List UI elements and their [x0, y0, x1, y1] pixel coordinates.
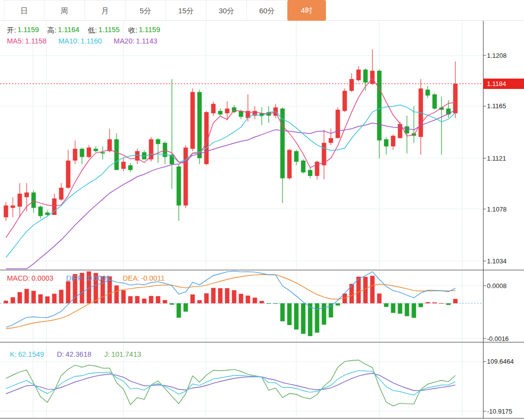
macd-histogram-bar [350, 284, 354, 303]
candle-body [211, 104, 216, 113]
legend-label: DEA: [123, 274, 140, 282]
legend-label: MA20: [114, 37, 134, 45]
legend-ohlc-item: 高:1.1164 [47, 26, 80, 35]
candle-body [11, 206, 15, 208]
ma-legend: MA5:1.1158MA10:1.1160MA20:1.1143 [7, 37, 158, 45]
legend-kdj-item: D:42.3618 [57, 350, 91, 358]
candle-body [80, 149, 84, 157]
candle-body [156, 139, 161, 144]
candle-body [343, 91, 347, 111]
legend-label: J: [104, 350, 110, 358]
macd-legend: MACD:0.0003DIFF:-0.0009DEA:-0.0011 [7, 274, 164, 282]
macd-histogram-bar [246, 295, 250, 303]
macd-histogram-bar [370, 276, 375, 303]
macd-histogram-bar [453, 299, 458, 303]
ma10-line [6, 105, 455, 257]
candle-body [225, 109, 230, 114]
trading-chart-page: 日周月5分15分30分60分4时 1.12081.11651.11211.107… [0, 0, 524, 420]
price-tick-label: 1.1165 [487, 102, 506, 110]
macd-histogram-bar [232, 290, 237, 303]
candle-body [453, 84, 458, 113]
price-tick-label: 1.1078 [487, 206, 507, 213]
candle-body [391, 136, 396, 147]
candle-body [115, 139, 119, 170]
macd-histogram-bar [377, 294, 382, 303]
candle-body [39, 207, 43, 216]
candle-body [336, 110, 340, 138]
macd-histogram-bar [308, 303, 313, 336]
macd-histogram-bar [128, 296, 133, 303]
candle-body [426, 89, 430, 95]
legend-value: 1.1158 [25, 37, 46, 45]
macd-histogram-bar [211, 288, 216, 303]
candle-body [308, 170, 313, 176]
legend-value: 1.1159 [139, 26, 160, 35]
legend-label: DIFF: [66, 274, 84, 282]
legend-label: MACD: [7, 274, 30, 282]
macd-histogram-bar [336, 303, 340, 305]
macd-histogram-bar [440, 303, 444, 303]
legend-kdj-item: K:62.1549 [10, 350, 44, 358]
legend-value: 42.3618 [66, 350, 91, 358]
legend-value: 0.0003 [32, 274, 53, 282]
macd-histogram-bar [260, 301, 264, 303]
macd-histogram-bar [225, 288, 230, 303]
candle-body [384, 139, 389, 146]
macd-histogram-bar [363, 277, 368, 303]
legend-value: 1.1155 [98, 26, 120, 35]
macd-histogram-bar [121, 290, 126, 303]
candle-body [25, 193, 29, 198]
legend-value: 101.7413 [111, 350, 141, 358]
legend-macd-item: DEA:-0.0011 [123, 274, 165, 282]
legend-ohlc-item: 低:1.1155 [88, 26, 120, 35]
legend-label: MA5: [7, 37, 24, 45]
macd-histogram-bar [419, 303, 423, 307]
macd-histogram-bar [405, 303, 409, 316]
macd-histogram-bar [18, 292, 22, 303]
candle-body [121, 162, 126, 168]
candle-body [329, 138, 333, 143]
candle-body [87, 148, 91, 157]
candle-body [128, 166, 133, 170]
price-tick-label: 1.1121 [487, 155, 506, 162]
macd-histogram-bar [329, 303, 333, 318]
legend-value: -0.0009 [85, 274, 110, 282]
legend-ma-item: MA20:1.1143 [114, 37, 157, 45]
candle-body [32, 193, 36, 208]
macd-histogram-bar [267, 303, 271, 304]
legend-label: D: [57, 350, 64, 358]
legend-label: 高: [47, 26, 57, 35]
legend-value: 1.1143 [136, 37, 157, 45]
legend-label: K: [10, 350, 17, 358]
macd-histogram-bar [32, 291, 36, 303]
macd-histogram-bar [135, 296, 140, 303]
ohlc-legend: 开:1.1159高:1.1164低:1.1155收:1.1159 [7, 26, 160, 35]
legend-value: 62.1549 [18, 350, 44, 358]
candle-body [370, 71, 375, 84]
macd-histogram-bar [149, 296, 154, 303]
macd-histogram-bar [315, 303, 320, 333]
macd-histogram-bar [45, 296, 50, 303]
macd-histogram-bar [281, 303, 285, 321]
macd-tick-label: 0.0008 [487, 282, 507, 290]
candle-body [377, 71, 382, 140]
macd-histogram-bar [191, 294, 195, 303]
macd-histogram-bar [39, 294, 43, 303]
candle-body [232, 107, 237, 112]
macd-histogram-bar [66, 281, 71, 303]
price-tick-label: 1.1034 [487, 257, 507, 265]
legend-kdj-item: J:101.7413 [104, 350, 141, 358]
macd-histogram-bar [218, 288, 223, 303]
macd-histogram-bar [322, 303, 326, 325]
legend-label: 开: [7, 26, 16, 35]
macd-histogram-bar [11, 297, 15, 303]
macd-histogram-bar [287, 303, 292, 325]
macd-histogram-bar [253, 297, 257, 303]
candle-body [301, 161, 306, 172]
candle-body [66, 161, 71, 188]
legend-label: 收: [128, 26, 137, 35]
macd-histogram-bar [59, 290, 64, 303]
candle-body [59, 188, 64, 200]
legend-value: 1.1159 [18, 26, 39, 35]
legend-macd-item: MACD:0.0003 [7, 274, 53, 282]
